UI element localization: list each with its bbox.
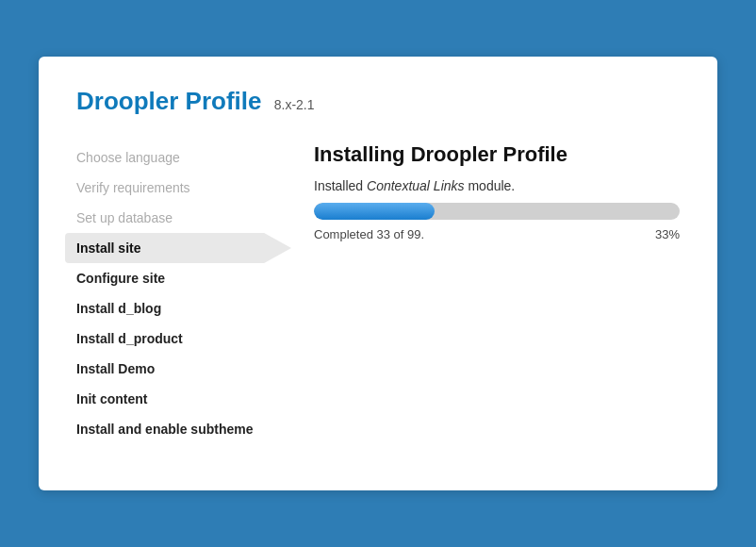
percent-label: 33% bbox=[655, 227, 680, 241]
main-content: Installing Droopler Profile Installed Co… bbox=[284, 142, 680, 444]
content-area: Choose languageVerify requirementsSet up… bbox=[76, 142, 680, 444]
install-subtitle: Installed Contextual Links module. bbox=[314, 178, 680, 193]
install-title: Installing Droopler Profile bbox=[314, 142, 680, 167]
sidebar-item-configure-site[interactable]: Configure site bbox=[76, 263, 269, 293]
app-title: Droopler Profile 8.x-2.1 bbox=[76, 87, 680, 116]
sidebar-item-install-site: Install site bbox=[65, 233, 291, 263]
subtitle-prefix: Installed bbox=[314, 178, 367, 193]
sidebar-item-choose-language[interactable]: Choose language bbox=[76, 142, 269, 173]
sidebar: Choose languageVerify requirementsSet up… bbox=[76, 142, 284, 444]
app-version: 8.x-2.1 bbox=[274, 97, 315, 112]
sidebar-item-verify-requirements[interactable]: Verify requirements bbox=[76, 173, 269, 203]
subtitle-module: Contextual Links bbox=[367, 178, 465, 193]
completed-text: Completed 33 of 99. bbox=[314, 227, 424, 241]
sidebar-item-install-subtheme[interactable]: Install and enable subtheme bbox=[76, 414, 269, 444]
subtitle-suffix: module. bbox=[465, 178, 516, 193]
progress-info: Completed 33 of 99. 33% bbox=[314, 227, 680, 241]
sidebar-item-install-demo[interactable]: Install Demo bbox=[76, 354, 269, 384]
sidebar-item-init-content[interactable]: Init content bbox=[76, 384, 269, 414]
sidebar-item-install-dblog[interactable]: Install d_blog bbox=[76, 293, 269, 323]
installer-card: Droopler Profile 8.x-2.1 Choose language… bbox=[39, 57, 717, 490]
app-name: Droopler Profile bbox=[76, 87, 261, 115]
sidebar-item-set-up-database[interactable]: Set up database bbox=[76, 203, 269, 233]
progress-bar-container bbox=[314, 203, 680, 220]
progress-bar-fill bbox=[314, 203, 435, 220]
sidebar-item-install-dproduct[interactable]: Install d_product bbox=[76, 323, 269, 354]
